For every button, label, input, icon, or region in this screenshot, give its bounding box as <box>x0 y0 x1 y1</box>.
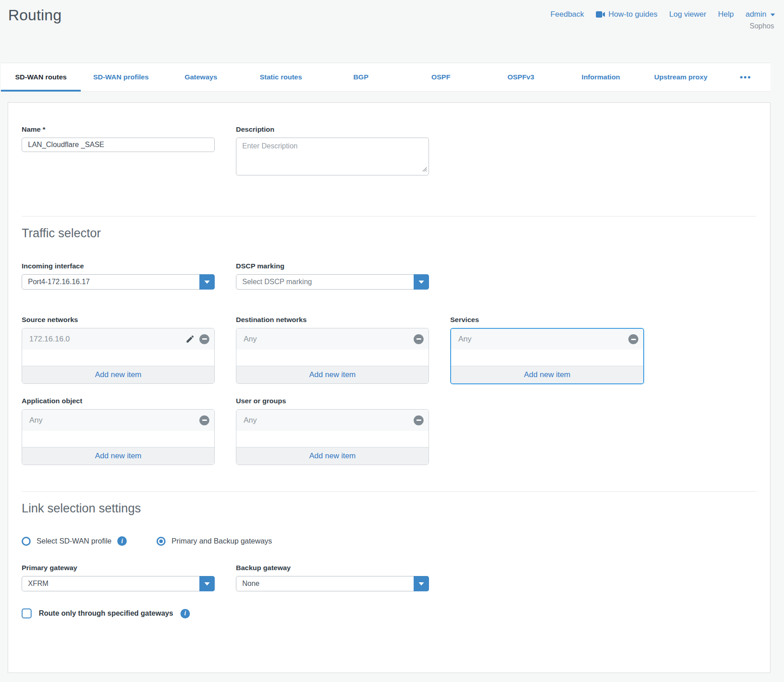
primary-gateway-select[interactable]: XFRM <box>22 576 215 591</box>
howto-guides-link[interactable]: How-to guides <box>596 10 658 19</box>
incoming-interface-label: Incoming interface <box>22 262 215 270</box>
description-field-group: Description <box>236 125 429 177</box>
description-label: Description <box>236 125 429 134</box>
services-label: Services <box>450 316 644 324</box>
destination-networks-box: Any Add new item <box>236 328 429 384</box>
incoming-interface-select[interactable]: Port4-172.16.16.17 <box>22 274 215 290</box>
list-item: Any <box>236 410 429 431</box>
radio-icon[interactable] <box>22 537 31 546</box>
user-groups-box: Any Add new item <box>236 409 429 465</box>
destination-networks-label: Destination networks <box>236 316 429 324</box>
services-group: Services Any Add new item <box>450 316 644 384</box>
tab-ospf[interactable]: OSPF <box>401 63 481 91</box>
tab-gateways[interactable]: Gateways <box>161 63 241 91</box>
name-label: Name * <box>22 125 215 134</box>
list-item: 172.16.16.0 <box>22 328 214 350</box>
list-empty-area <box>236 431 429 447</box>
gateway-row: Primary gateway XFRM Backup gateway None <box>22 564 756 591</box>
link-selection-radios: Select SD-WAN profile i Primary and Back… <box>22 536 756 546</box>
help-link[interactable]: Help <box>718 10 734 19</box>
list-empty-area <box>236 350 429 366</box>
tab-ospfv3[interactable]: OSPFv3 <box>481 63 561 91</box>
remove-icon[interactable] <box>628 334 638 344</box>
add-new-item-button[interactable]: Add new item <box>236 447 429 465</box>
chevron-down-icon <box>770 14 775 16</box>
list-item: Any <box>22 410 214 431</box>
user-groups-label: User or groups <box>236 397 429 405</box>
tab-upstream-proxy[interactable]: Upstream proxy <box>641 63 721 91</box>
link-selection-heading: Link selection settings <box>22 502 756 516</box>
chevron-down-icon[interactable] <box>199 576 215 591</box>
list-item-text: Any <box>29 416 199 425</box>
interface-dscp-row: Incoming interface Port4-172.16.16.17 DS… <box>22 262 756 290</box>
list-item-text: Any <box>458 335 628 344</box>
route-only-label: Route only through specified gateways <box>39 609 173 617</box>
application-object-box: Any Add new item <box>22 409 215 465</box>
description-textarea[interactable] <box>236 138 429 175</box>
user-menu[interactable]: admin <box>746 10 775 19</box>
list-item-text: Any <box>244 335 414 344</box>
tab-bar: SD-WAN routes SD-WAN profiles Gateways S… <box>1 63 770 92</box>
remove-icon[interactable] <box>414 334 424 344</box>
more-tabs-button[interactable]: ••• <box>721 63 770 91</box>
list-item: Any <box>236 328 429 350</box>
list-empty-area <box>22 431 214 447</box>
edit-icon[interactable] <box>184 334 195 345</box>
remove-icon[interactable] <box>414 415 424 425</box>
feedback-link[interactable]: Feedback <box>550 10 584 19</box>
tab-static-routes[interactable]: Static routes <box>241 63 321 91</box>
list-empty-area <box>451 350 643 366</box>
source-networks-label: Source networks <box>22 316 215 324</box>
tab-information[interactable]: Information <box>561 63 641 91</box>
remove-icon[interactable] <box>199 415 209 425</box>
dscp-marking-select[interactable]: Select DSCP marking <box>236 274 429 290</box>
route-only-checkbox[interactable] <box>22 608 32 618</box>
radio-icon-selected[interactable] <box>157 537 166 546</box>
chevron-down-icon[interactable] <box>414 576 429 591</box>
remove-icon[interactable] <box>199 334 209 344</box>
header-nav: Feedback How-to guides Log viewer Help a… <box>550 5 775 19</box>
video-camera-icon <box>596 11 605 18</box>
dscp-marking-label: DSCP marking <box>236 262 429 270</box>
route-only-checkbox-row: Route only through specified gateways i <box>22 608 756 618</box>
list-item: Any <box>451 329 643 350</box>
name-field-group: Name * <box>22 125 215 177</box>
source-networks-box: 172.16.16.0 Add new item <box>22 328 215 384</box>
info-icon[interactable]: i <box>117 536 127 546</box>
tab-sdwan-profiles[interactable]: SD-WAN profiles <box>81 63 161 91</box>
name-input[interactable] <box>22 138 215 152</box>
application-object-group: Application object Any Add new item <box>22 397 215 465</box>
resize-grip-icon[interactable] <box>421 166 427 174</box>
section-divider <box>22 491 756 492</box>
list-item-text: 172.16.16.0 <box>29 335 184 344</box>
name-description-row: Name * Description <box>22 125 756 177</box>
add-new-item-button[interactable]: Add new item <box>22 447 214 465</box>
header-right: Feedback How-to guides Log viewer Help a… <box>550 5 775 30</box>
user-groups-group: User or groups Any Add new item <box>236 397 429 465</box>
add-new-item-button[interactable]: Add new item <box>22 366 214 383</box>
source-networks-group: Source networks 172.16.16.0 Add new item <box>22 316 215 384</box>
tab-sdwan-routes[interactable]: SD-WAN routes <box>1 63 81 91</box>
networks-services-row: Source networks 172.16.16.0 Add new item… <box>22 316 756 384</box>
chevron-down-icon[interactable] <box>414 274 429 290</box>
brand-label: Sophos <box>750 22 775 30</box>
tab-bgp[interactable]: BGP <box>321 63 401 91</box>
page-header: Routing Feedback How-to guides Log viewe… <box>0 0 784 63</box>
backup-gateway-select[interactable]: None <box>236 576 429 591</box>
info-icon[interactable]: i <box>180 609 190 618</box>
list-empty-area <box>22 350 214 366</box>
radio-primary-backup-gateways[interactable]: Primary and Backup gateways <box>157 537 272 546</box>
destination-networks-group: Destination networks Any Add new item <box>236 316 429 384</box>
add-new-item-button[interactable]: Add new item <box>236 366 429 383</box>
primary-gateway-label: Primary gateway <box>22 564 215 572</box>
sdwan-route-form: Name * Description Traffi <box>8 102 770 673</box>
list-item-text: Any <box>244 416 414 425</box>
add-new-item-button[interactable]: Add new item <box>451 366 643 383</box>
services-box: Any Add new item <box>450 328 644 384</box>
chevron-down-icon[interactable] <box>199 274 215 290</box>
application-object-label: Application object <box>22 397 215 405</box>
radio-select-sdwan-profile[interactable]: Select SD-WAN profile i <box>22 536 127 546</box>
backup-gateway-label: Backup gateway <box>236 564 429 572</box>
log-viewer-link[interactable]: Log viewer <box>669 10 706 19</box>
section-divider <box>22 216 756 217</box>
